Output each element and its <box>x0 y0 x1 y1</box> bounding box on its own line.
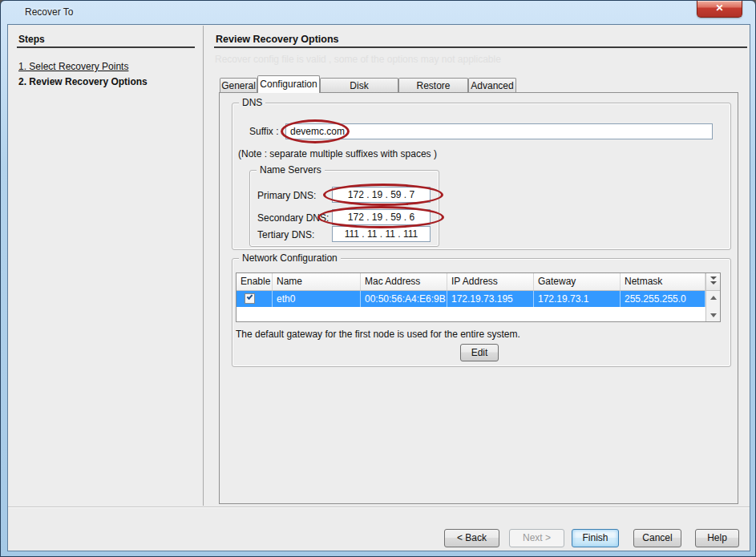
table-scrollbar[interactable] <box>705 273 720 321</box>
col-header-ip-address[interactable]: IP Address <box>447 273 534 290</box>
ip-cell: 172.19.73.195 <box>447 291 534 307</box>
primary-dns-label: Primary DNS: <box>257 190 316 201</box>
finish-button[interactable]: Finish <box>572 529 619 547</box>
scroll-down-arrow-icon[interactable] <box>710 313 717 317</box>
tertiary-dns-label: Tertiary DNS: <box>257 229 314 240</box>
col-header-enable[interactable]: Enable <box>237 273 273 290</box>
titlebar[interactable]: Recover To ✕ <box>1 1 755 24</box>
network-table-header: Enable Name Mac Address IP Address Gatew… <box>237 273 720 291</box>
edit-button[interactable]: Edit <box>460 344 499 361</box>
primary-dns-input[interactable]: 172 . 19 . 59 . 7 <box>332 187 431 203</box>
window-title: Recover To <box>25 6 73 18</box>
sidebar-item-select-recovery-points[interactable]: 1. Select Recovery Points <box>18 61 128 72</box>
secondary-dns-label: Secondary DNS: <box>257 212 329 224</box>
scroll-up-arrow-icon[interactable] <box>710 296 717 300</box>
gateway-note: The default gateway for the first node i… <box>236 329 520 340</box>
col-header-netmask[interactable]: Netmask <box>621 273 705 290</box>
suffix-input[interactable]: devemc.com <box>285 123 713 139</box>
tab-general[interactable]: General <box>220 78 257 93</box>
checkmark-icon <box>247 293 253 300</box>
network-table: Enable Name Mac Address IP Address Gatew… <box>236 272 721 322</box>
page-title: Review Recovery Options <box>216 34 339 45</box>
network-configuration-group-label: Network Configuration <box>239 252 341 264</box>
tab-disk-configuration[interactable]: Disk Configuration <box>320 78 398 93</box>
sidebar-item-review-recovery-options: 2. Review Recovery Options <box>18 76 148 87</box>
page-title-rule <box>214 46 747 48</box>
double-chevron-down-icon <box>710 281 717 285</box>
help-button[interactable]: Help <box>695 529 739 547</box>
steps-heading-rule <box>17 46 195 48</box>
col-header-mac-address[interactable]: Mac Address <box>361 273 447 290</box>
enable-cell <box>237 291 273 307</box>
steps-sidebar <box>8 26 204 506</box>
col-header-name[interactable]: Name <box>273 273 361 290</box>
column-options-button[interactable] <box>706 273 720 291</box>
col-header-gateway[interactable]: Gateway <box>534 273 621 290</box>
name-cell: eth0 <box>273 291 361 307</box>
suffix-label: Suffix : <box>249 126 278 137</box>
tab-configuration[interactable]: Configuration <box>257 75 320 93</box>
table-row-eth0[interactable]: eth0 00:50:56:A4:E6:9B 172.19.73.195 172… <box>237 291 720 307</box>
tertiary-dns-input[interactable]: 111 . 11 . 11 . 111 <box>332 226 431 242</box>
close-icon: ✕ <box>715 2 723 14</box>
double-chevron-down-icon <box>710 276 717 280</box>
back-button[interactable]: < Back <box>444 529 499 547</box>
steps-heading: Steps <box>18 34 45 45</box>
gateway-cell: 172.19.73.1 <box>534 291 621 307</box>
dns-group-label: DNS <box>239 97 265 108</box>
tab-advanced[interactable]: Advanced <box>468 78 516 93</box>
suffix-note: (Note : separate multiple suffixes with … <box>238 148 437 159</box>
netmask-cell: 255.255.255.0 <box>621 291 705 307</box>
mac-cell: 00:50:56:A4:E6:9B <box>361 291 447 307</box>
enable-checkbox[interactable] <box>245 293 255 304</box>
tab-restore-options[interactable]: Restore Options <box>398 78 468 93</box>
name-servers-group-label: Name Servers <box>257 164 325 176</box>
recover-to-dialog: Recover To ✕ Steps 1. Select Recovery Po… <box>0 0 756 557</box>
secondary-dns-input[interactable]: 172 . 19 . 59 . 6 <box>332 209 431 225</box>
cancel-button[interactable]: Cancel <box>633 529 681 547</box>
page-subtitle: Recover config file is valid , some of t… <box>215 54 501 65</box>
close-button[interactable]: ✕ <box>697 1 742 18</box>
next-button[interactable]: Next > <box>509 529 564 547</box>
footer-divider <box>8 507 750 508</box>
